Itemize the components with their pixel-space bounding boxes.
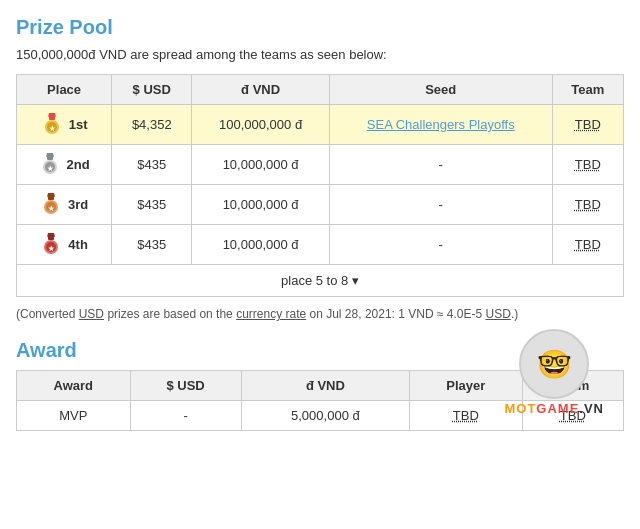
place-text: 2nd [67,157,90,172]
player-tbd-link[interactable]: TBD [453,408,479,423]
tbd-link[interactable]: TBD [575,157,601,172]
team-value[interactable]: TBD [552,145,623,185]
award-col-award: Award [17,371,131,401]
award-col-usd: $ USD [130,371,241,401]
table-row: ★ 4th [17,225,112,265]
tbd-link[interactable]: TBD [575,237,601,252]
col-team: Team [552,75,623,105]
table-row: ★ 2nd [17,145,112,185]
place-toggle-row[interactable]: place 5 to 8 ▾ [17,265,624,297]
usd-amount: $435 [112,225,192,265]
svg-text:★: ★ [49,125,56,132]
usd-amount: $4,352 [112,105,192,145]
award-col-vnd: đ VND [241,371,409,401]
col-seed: Seed [329,75,552,105]
place-text: 4th [68,237,88,252]
medal-icon: ★ [39,152,61,177]
expand-places-button[interactable]: place 5 to 8 ▾ [281,273,359,288]
seed-value: - [329,225,552,265]
vnd-amount: 100,000,000 đ [192,105,329,145]
team-value[interactable]: TBD [552,185,623,225]
award-name: MVP [17,401,131,431]
chevron-down-icon: ▾ [352,273,359,288]
col-place: Place [17,75,112,105]
tbd-link[interactable]: TBD [575,117,601,132]
seed-value[interactable]: SEA Challengers Playoffs [329,105,552,145]
conversion-note: (Converted USD prizes are based on the c… [16,307,624,321]
table-row: ★ 3rd [17,185,112,225]
col-vnd: đ VND [192,75,329,105]
award-vnd: 5,000,000 đ [241,401,409,431]
prize-pool-description: 150,000,000đ VND are spread among the te… [16,47,624,62]
place-text: 1st [69,117,88,132]
toggle-label: place 5 to 8 [281,273,348,288]
medal-icon: ★ [40,192,62,217]
col-usd: $ USD [112,75,192,105]
vnd-amount: 10,000,000 đ [192,185,329,225]
usd-amount: $435 [112,185,192,225]
svg-text:★: ★ [48,205,55,212]
svg-text:★: ★ [48,245,55,252]
seed-link[interactable]: SEA Challengers Playoffs [367,117,515,132]
place-text: 3rd [68,197,88,212]
site-logo-text: MOTGAME.VN [504,401,604,416]
seed-value: - [329,145,552,185]
team-value[interactable]: TBD [552,225,623,265]
medal-icon: ★ [40,232,62,257]
vnd-amount: 10,000,000 đ [192,145,329,185]
seed-value: - [329,185,552,225]
prize-pool-title: Prize Pool [16,16,624,39]
tbd-link[interactable]: TBD [575,197,601,212]
site-logo-avatar: 🤓 [519,329,589,399]
table-row: ★ 1st [17,105,112,145]
usd-amount: $435 [112,145,192,185]
award-usd: - [130,401,241,431]
vnd-amount: 10,000,000 đ [192,225,329,265]
svg-text:★: ★ [47,165,54,172]
prize-pool-table: Place $ USD đ VND Seed Team ★ 1st$4,3521… [16,74,624,297]
team-value[interactable]: TBD [552,105,623,145]
medal-icon: ★ [41,112,63,137]
